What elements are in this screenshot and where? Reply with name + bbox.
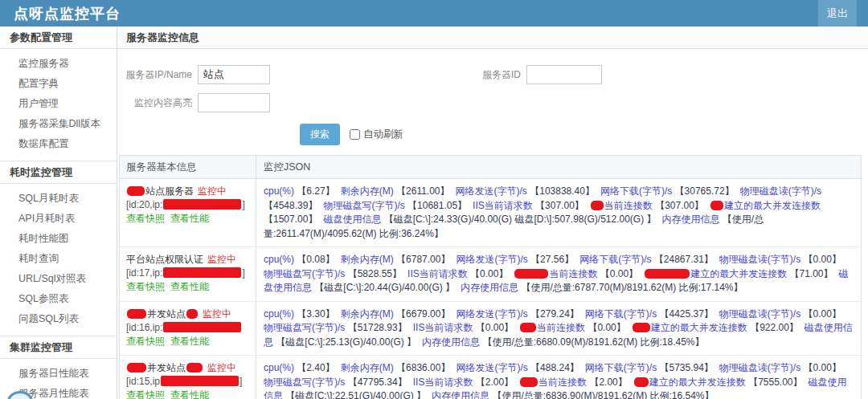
sidebar-item[interactable]: 服务器日性能表 [0,364,117,384]
metric-label: 建立的最大并发连接数 [651,322,747,333]
server-id-input[interactable] [526,65,602,84]
server-ip-input[interactable] [198,65,270,84]
metric-value: 【使用/总量:6787.70(M)/8191.62(M) 比例:17.14%】 [518,282,743,293]
action-link[interactable]: 查看性能 [170,213,209,224]
metric-label: IIS当前请求数 [413,322,473,333]
action-link[interactable]: 查看性能 [170,281,209,292]
metric-value: 【磁盘[C:\]:22.51(G)/40.00(G) 】 [283,390,426,399]
redaction-mark [163,267,241,278]
metric-label: 物理磁盘读(字节)/s [719,254,800,265]
sidebar-item[interactable]: 数据库配置 [0,134,117,154]
metric-value: 【0.00】 [473,322,514,333]
metric-label: 网络发送(字节)/s [456,185,527,197]
metric-label: cpu(%) [264,308,294,320]
redaction-mark [520,377,538,387]
metric-value: 【4425.37】 [657,308,714,320]
metric-value: 【30765.72】 [672,185,734,197]
text-fragment: 平台站点权限认证 [126,254,203,265]
logout-button[interactable]: 退出 [818,0,857,26]
sidebar-item[interactable]: SQL月耗时表 [0,189,117,209]
text-fragment: 并发站点 [147,308,186,320]
metric-label: 物理磁盘读(字节)/s [719,308,800,320]
redaction-mark [591,201,604,210]
autorefresh-checkbox[interactable] [350,129,360,140]
metric-label: 物理磁盘写(字节)/s [264,322,345,333]
table-row: 平台站点权限认证监控中[id:17,ip:]查看快照查看性能cpu(%) 【0.… [120,247,861,302]
action-link[interactable]: 查看性能 [170,336,209,347]
server-name: 平台站点权限认证 [126,254,203,265]
metric-value: 【6836.00】 [394,362,451,373]
metric-label: 当前连接数 [604,200,653,211]
metric-value: 【磁盘[C:\]:25.13(G)/40.00(G) 】 [273,336,416,348]
metric-value: 【27.56】 [528,254,574,265]
metric-value: 【6679.00】 [394,308,451,320]
server-action-links: 查看快照查看性能 [126,389,252,399]
server-basic-info-cell: 并发站点监控中[id:16,ip:查看快照查看性能 [120,302,256,356]
text-fragment: 并发站点 [147,362,186,373]
metric-label: 剩余内存(M) [341,362,394,373]
server-name-line: 并发站点监控中 [126,361,252,375]
sidebar-item[interactable]: 配置字典 [0,74,117,94]
sidebar-item[interactable]: 监控服务器 [0,54,117,74]
table-row: 站点服务器监控中[id:20,ip:]查看快照查看性能cpu(%) 【6.27】… [120,179,861,247]
metric-value: 【307.00】 [653,200,704,211]
metric-value: 【0.00】 [585,322,626,333]
server-table-body: 站点服务器监控中[id:20,ip:]查看快照查看性能cpu(%) 【6.27】… [120,179,861,399]
sidebar-item[interactable]: 用户管理 [0,94,117,114]
redaction-mark [514,269,548,279]
action-link[interactable]: 查看快照 [126,336,165,347]
redaction-mark [161,376,239,386]
text-fragment: 站点服务器 [145,185,194,197]
server-table: 服务器基本信息 监控JSON 站点服务器监控中[id:20,ip:]查看快照查看… [119,155,862,399]
sidebar-item-list: SQL月耗时表API月耗时表耗时性能图耗时查询URL/Sql对照表SQL参照表问… [0,184,117,336]
metric-label: 当前连接数 [549,268,597,279]
sidebar-item[interactable]: 问题SQL列表 [0,309,117,329]
server-name-line: 并发站点监控中 [126,307,252,321]
text-fragment: ] [240,376,242,387]
metric-label: 物理磁盘读(字节)/s [719,362,800,373]
sidebar-section: 耗时监控管理SQL月耗时表API月耗时表耗时性能图耗时查询URL/Sql对照表S… [0,161,117,336]
autorefresh-control[interactable]: 自动刷新 [350,128,403,141]
metric-label: cpu(%) [264,362,294,373]
action-link[interactable]: 查看快照 [126,213,165,224]
main-area: 参数配置管理监控服务器配置字典用户管理服务器采集Dll版本数据库配置耗时监控管理… [0,26,868,399]
metric-value: 【2.00】 [473,377,514,388]
metric-value: 【3.30】 [294,308,335,320]
monitor-json-cell: cpu(%) 【3.30】剩余内存(M) 【6679.00】网络发送(字节)/s… [256,302,861,356]
text-fragment: [id:15,ip [126,376,160,387]
sidebar-item[interactable]: SQL参照表 [0,289,117,309]
redaction-mark [520,323,536,332]
sidebar-item[interactable]: 服务器采集Dll版本 [0,114,117,134]
server-id-line: [id:16,ip: [126,321,252,335]
top-header: 点呀点监控平台 退出 [0,0,868,26]
monitor-json-cell: cpu(%) 【2.40】剩余内存(M) 【6836.00】网络发送(字节)/s… [256,356,861,399]
server-name: 并发站点 [126,362,203,373]
search-button[interactable]: 搜索 [300,124,340,145]
redaction-mark [634,377,649,387]
action-link[interactable]: 查看快照 [126,389,165,399]
action-link[interactable]: 查看性能 [170,389,209,399]
sidebar-section-title: 参数配置管理 [0,26,117,49]
highlight-input[interactable] [198,93,270,112]
sidebar-item[interactable]: API月耗时表 [0,209,117,229]
metric-label: 物理磁盘写(字节)/s [323,200,404,211]
metric-label: 当前连接数 [537,322,585,333]
action-link[interactable]: 查看快照 [126,281,165,292]
metric-value: 【2.00】 [587,377,628,388]
sidebar-item[interactable]: 耗时查询 [0,249,117,269]
sidebar-item[interactable]: 耗时性能图 [0,229,117,249]
metric-value: 【2611.00】 [394,185,450,197]
redaction-mark [633,323,650,332]
sidebar: 参数配置管理监控服务器配置字典用户管理服务器采集Dll版本数据库配置耗时监控管理… [0,26,117,399]
metric-label: 物理磁盘读(字节)/s [740,185,821,197]
metric-value: 【71.00】 [787,268,833,279]
metric-value: 【6.27】 [294,185,335,197]
text-fragment: ] [242,267,244,279]
metric-label: 剩余内存(M) [341,185,394,197]
redaction-mark [710,201,723,210]
text-fragment: [id:20,ip: [126,199,162,210]
sidebar-item[interactable]: URL/Sql对照表 [0,269,117,289]
redaction-mark [127,363,146,373]
metric-value: 【5735.94】 [657,362,714,373]
app-window: 点呀点监控平台 退出 参数配置管理监控服务器配置字典用户管理服务器采集Dll版本… [0,0,868,399]
